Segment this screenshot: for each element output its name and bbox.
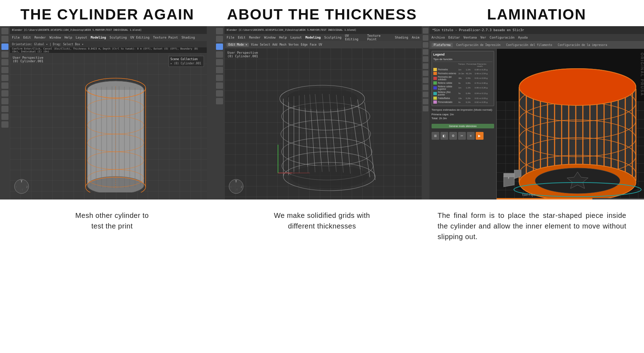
tab-plataforma[interactable]: Plataforma <box>432 43 453 47</box>
toolbar-icon-r <box>423 70 428 76</box>
legend-time-perimetro: 1m <box>458 69 465 71</box>
slicer-menu-ayuda[interactable]: Ayuda <box>518 36 528 39</box>
legend-header-fil: Filamento usado <box>477 63 492 67</box>
slicer-main: Legend Tipo de función Tiempo Porcentaje… <box>429 49 644 199</box>
menu-edit[interactable]: Edit <box>23 36 31 39</box>
menu-texture[interactable]: Texture Paint <box>153 36 178 39</box>
select-menu[interactable]: Select <box>260 43 270 46</box>
menu-window-2[interactable]: Window <box>264 36 276 39</box>
toolbar-icon-r <box>423 106 428 111</box>
legend-fil-personalizado: 0.02 m 0.05 g <box>475 101 488 103</box>
edge-menu[interactable]: Edge <box>301 43 308 46</box>
caption-text-1: Mesh other cylinder totest the print <box>75 210 149 231</box>
blender-filepath-1: Blender [C:\Users\DOCENTE.UCVESPIL\104_3… <box>12 29 142 31</box>
slicer-icon-settings[interactable]: ⚙ <box>449 132 457 140</box>
svg-rect-92 <box>514 170 521 179</box>
menu-render-2[interactable]: Render <box>249 36 261 39</box>
legend-header-pct: Porcentaje <box>466 63 476 67</box>
slicer-icon-cut[interactable]: ✂ <box>458 132 466 140</box>
slicer-icon-print[interactable]: ▶ <box>476 132 484 140</box>
menu-sculpting[interactable]: Sculpting <box>110 36 127 39</box>
blender-ui-2: Blender [C:\Users\DOCENTE.UCVESPILC104_3… <box>215 26 429 199</box>
toolbar-icon <box>216 36 223 42</box>
generate-mode-button[interactable]: Generar modo silencioso <box>432 124 494 128</box>
caption-col-1: Mesh other cylinder totest the print <box>7 210 217 242</box>
legend-headers: Tiempo Porcentaje Filamento usado <box>433 63 492 67</box>
tab-config-impresion[interactable]: Configuración de Impresión <box>454 43 503 47</box>
blender-left-toolbar-2 <box>215 26 224 199</box>
uv-menu[interactable]: UV <box>319 43 322 46</box>
menu-file-2[interactable]: File <box>227 36 234 39</box>
slicer-cube-nav: F <box>500 170 521 192</box>
legend-time-falda: 13s <box>458 97 465 99</box>
legend-color-puente <box>433 92 437 95</box>
menu-render[interactable]: Render <box>34 36 46 39</box>
blender-screenshot-2: Blender [C:\Users\DOCENTE.UCVESPILC104_3… <box>215 26 429 199</box>
slicer-menu-config[interactable]: Configuración <box>490 36 514 39</box>
legend-label-relleno: Relleno sólido <box>438 82 457 84</box>
tab-config-impresora[interactable]: Configuración de la impresora <box>556 43 609 47</box>
face-menu[interactable]: Face <box>310 43 316 46</box>
menu-shading[interactable]: Shading <box>181 36 195 39</box>
menu-file[interactable]: File <box>12 36 20 39</box>
vertex-menu[interactable]: Vertex <box>288 43 299 46</box>
menu-modeling-2[interactable]: Modeling <box>305 36 321 39</box>
title-thickness: ABOUT THE THICKNESS <box>227 6 417 23</box>
legend-time-puente: 5s <box>458 92 465 94</box>
menu-help[interactable]: Help <box>64 36 72 39</box>
view-menu[interactable]: View <box>251 43 258 46</box>
slicer-icon-view[interactable]: ◧ <box>440 132 448 140</box>
blender-right-toolbar-2 <box>422 26 429 199</box>
slicer-legend-panel: Legend Tipo de función Tiempo Porcentaje… <box>432 51 494 106</box>
blender-ui-1: Blender [C:\Users\DOCENTE.UCVESPIL\104_3… <box>0 26 215 199</box>
legend-item-perimetro: Perímetro 1m 1,1% 0.08 m 0.25 g <box>433 68 492 71</box>
toolbar-icon <box>1 28 8 34</box>
toolbar-icon <box>1 36 8 42</box>
cylinder-svg-2 <box>267 63 391 198</box>
edit-mode-selector[interactable]: Edit Mode ▾ <box>227 43 249 47</box>
menu-help-2[interactable]: Help <box>279 36 287 39</box>
legend-pct-personalizado: 0,1% <box>466 101 474 103</box>
slicer-bottom-icons: ⊞ ◧ ⚙ ✂ ≡ ▶ <box>432 132 494 140</box>
slicer-menu-ver[interactable]: Ver <box>480 36 486 39</box>
add-menu[interactable]: Add <box>272 43 277 46</box>
slicer-menu-editar[interactable]: Editar <box>449 36 460 39</box>
menu-uv-2[interactable]: UV Editing <box>345 34 364 41</box>
toolbar-icon <box>1 121 8 128</box>
slicer-ui: *Sin título - PrusaSlicer-2.7.3 basado e… <box>429 26 644 199</box>
svg-point-87 <box>519 69 636 105</box>
total-time: Total: 2h 3m <box>432 117 494 120</box>
legend-item-solidado: Perímetro del solidado 38s 0,5% 0.01 m 0… <box>433 76 492 81</box>
legend-time-externo: 1h 3m <box>458 73 465 75</box>
slicer-menu-archivo[interactable]: Archivo <box>432 36 445 39</box>
menu-uv[interactable]: UV Editing <box>130 36 150 39</box>
menu-modeling[interactable]: Modeling <box>91 36 106 39</box>
tab-config-filamento[interactable]: Configuración del filamento <box>504 43 554 47</box>
mesh-menu[interactable]: Mesh <box>280 43 286 46</box>
menu-edit-2[interactable]: Edit <box>238 36 246 39</box>
menu-anim-2[interactable]: Anim <box>412 36 420 39</box>
primera-capa: Primera capa: 2m <box>432 113 494 116</box>
legend-pct-superior: 1,1% <box>466 87 474 89</box>
toolbar-icon <box>1 106 8 112</box>
menu-layout-2[interactable]: Layout <box>290 36 302 39</box>
toolbar-icon <box>1 98 8 104</box>
caption-col-2: We make solidified grids withdifferent t… <box>217 210 427 242</box>
menu-window[interactable]: Window <box>49 36 61 39</box>
menu-layout[interactable]: Layout <box>76 36 87 39</box>
slicer-icon-arrange[interactable]: ⊞ <box>432 132 439 140</box>
blender-viewport-1: User Perspective (0) Cylinder.001 Scene … <box>10 53 207 199</box>
slicer-icon-layer[interactable]: ≡ <box>467 132 475 140</box>
menu-texture-2[interactable]: Texture Paint <box>367 34 391 41</box>
slicer-menu-ventana[interactable]: Ventana <box>463 36 477 39</box>
legend-color-perimetro <box>433 68 437 71</box>
toolbar-icon <box>216 67 223 73</box>
toolbar-icon-r <box>423 49 428 55</box>
header-info-text: Confirm Enter/Click, Cancel (Esc/Click),… <box>12 47 205 53</box>
menu-shading-2[interactable]: Shading <box>395 36 408 39</box>
legend-pct-falda: 0,2% <box>466 97 474 99</box>
menu-sculpting-2[interactable]: Sculpting <box>324 36 341 39</box>
blender-mode-bar: Edit Mode ▾ View Select Add Mesh Vertex … <box>224 41 421 48</box>
legend-fil-perimetro: 0.08 m 0.25 g <box>475 69 488 71</box>
slicer-left-panel: Legend Tipo de función Tiempo Porcentaje… <box>429 49 497 199</box>
